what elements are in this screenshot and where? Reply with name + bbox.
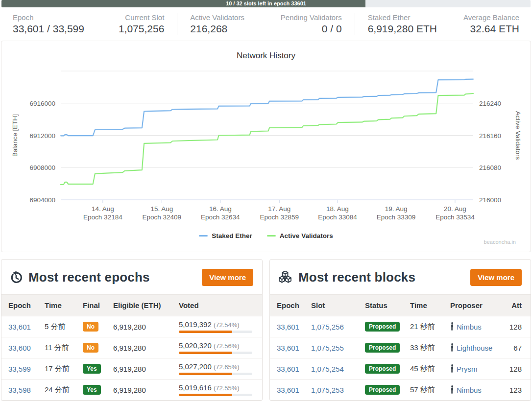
epoch-link[interactable]: 33,601 bbox=[8, 323, 31, 331]
svg-text:Epoch 33534: Epoch 33534 bbox=[435, 214, 475, 221]
svg-text:216240: 216240 bbox=[479, 100, 501, 107]
block-time: 57 秒前 bbox=[406, 380, 446, 401]
voted-percent: (72.54%) bbox=[214, 321, 240, 329]
final-badge: Yes bbox=[83, 385, 101, 395]
stat-current-slot-value: 1,075,256 bbox=[89, 23, 165, 35]
block-epoch-link[interactable]: 33,601 bbox=[277, 365, 299, 373]
epochs-col-final: Final bbox=[79, 295, 109, 316]
blocks-panel-title: Most recent blocks bbox=[298, 270, 415, 285]
stat-current-slot: Current Slot 1,075,256 bbox=[89, 13, 165, 35]
svg-text:6912000: 6912000 bbox=[29, 132, 55, 140]
epoch-time: 5 分前 bbox=[41, 316, 79, 337]
proposer-link[interactable]: Nimbus bbox=[457, 323, 482, 331]
blocks-col-epoch: Epoch bbox=[270, 295, 307, 316]
epochs-view-more-button[interactable]: View more bbox=[202, 269, 253, 286]
voted-percent: (72.56%) bbox=[214, 342, 240, 350]
epoch-link[interactable]: 33,600 bbox=[8, 344, 31, 352]
eligible-eth: 6,919,280 bbox=[109, 316, 175, 337]
svg-text:6904000: 6904000 bbox=[29, 196, 55, 204]
block-time: 21 秒前 bbox=[406, 316, 446, 337]
blocks-view-more-button[interactable]: View more bbox=[470, 269, 522, 286]
stat-active-validators-value: 216,268 bbox=[190, 23, 266, 35]
status-badge: Proposed bbox=[365, 343, 400, 353]
voted-value: 5,019,616 bbox=[179, 383, 212, 392]
final-badge: Yes bbox=[83, 364, 101, 374]
staked-ether-swatch bbox=[199, 235, 208, 237]
epochs-col-voted: Voted bbox=[175, 295, 262, 316]
blocks-table: Epoch Slot Status Time Proposer Att 33,6… bbox=[270, 294, 531, 401]
proposer-person-icon bbox=[450, 364, 454, 373]
proposer-person-icon bbox=[450, 343, 454, 352]
stat-pending-validators-label: Pending Validators bbox=[266, 13, 342, 22]
stat-pending-validators: Pending Validators 0 / 0 bbox=[266, 13, 342, 35]
stat-staked-ether: Staked Ether 6,919,280 ETH bbox=[368, 13, 444, 35]
block-epoch-link[interactable]: 33,601 bbox=[277, 344, 299, 352]
voted-progress bbox=[179, 331, 252, 333]
svg-text:20. Aug: 20. Aug bbox=[444, 205, 466, 213]
stat-active-validators: Active Validators 216,268 bbox=[190, 13, 266, 35]
proposer-link[interactable]: Nimbus bbox=[457, 386, 482, 394]
network-stats: Epoch 33,601 / 33,599 Current Slot 1,075… bbox=[0, 7, 532, 40]
attestations-count: 67 bbox=[505, 337, 531, 358]
blocks-col-att: Att bbox=[505, 295, 531, 316]
proposer-link[interactable]: Lighthouse bbox=[457, 344, 492, 352]
chart-title: Network History bbox=[1, 51, 531, 61]
stat-average-balance-label: Average Balance bbox=[443, 13, 519, 22]
block-row: 33,6011,075,256Proposed21 秒前Nimbus128 bbox=[270, 316, 531, 337]
block-slot-link[interactable]: 1,075,255 bbox=[311, 344, 344, 352]
svg-text:15. Aug: 15. Aug bbox=[150, 205, 173, 213]
voted-progress-fill bbox=[179, 394, 232, 396]
most-recent-blocks-panel: Most recent blocks View more Epoch Slot … bbox=[269, 259, 531, 401]
history-icon bbox=[9, 271, 23, 284]
svg-text:16. Aug: 16. Aug bbox=[209, 205, 232, 213]
svg-text:6908000: 6908000 bbox=[29, 164, 55, 171]
voted-progress bbox=[179, 352, 252, 354]
legend-item-staked-ether[interactable]: Staked Ether bbox=[199, 232, 252, 239]
stat-epoch-label: Epoch bbox=[13, 13, 89, 22]
svg-text:Balance [ETH]: Balance [ETH] bbox=[11, 114, 19, 157]
epochs-col-eligible: Eligible (ETH) bbox=[109, 295, 175, 316]
proposer-person-icon bbox=[450, 322, 454, 331]
epoch-link[interactable]: 33,599 bbox=[8, 365, 31, 373]
svg-text:216080: 216080 bbox=[479, 164, 501, 171]
epochs-header-row: Epoch Time Final Eligible (ETH) Voted bbox=[1, 295, 262, 316]
legend-item-active-validators[interactable]: Active Validators bbox=[267, 232, 333, 239]
stat-epoch: Epoch 33,601 / 33,599 bbox=[13, 13, 89, 35]
beaconchain-watermark: beaconcha.in bbox=[484, 239, 516, 245]
epoch-link[interactable]: 33,598 bbox=[8, 386, 31, 394]
proposer-link[interactable]: Prysm bbox=[457, 365, 478, 373]
stat-pending-validators-value: 0 / 0 bbox=[266, 23, 342, 35]
svg-text:17. Aug: 17. Aug bbox=[268, 205, 290, 213]
eligible-eth: 6,919,280 bbox=[109, 380, 175, 401]
voted-value: 5,027,200 bbox=[179, 362, 212, 371]
most-recent-epochs-panel: Most recent epochs View more Epoch Time … bbox=[1, 259, 263, 401]
block-epoch-link[interactable]: 33,601 bbox=[277, 323, 299, 331]
stat-average-balance-value: 32.64 ETH bbox=[443, 23, 519, 35]
block-slot-link[interactable]: 1,075,254 bbox=[311, 365, 344, 373]
epoch-row: 33,59917 分前Yes6,919,2805,027,200 (72.65%… bbox=[1, 358, 262, 380]
active-validators-swatch bbox=[267, 235, 276, 237]
network-history-card: Network History 690400069080006912000691… bbox=[1, 41, 531, 252]
svg-text:Epoch 33084: Epoch 33084 bbox=[318, 214, 357, 221]
status-badge: Proposed bbox=[365, 364, 400, 374]
svg-text:Epoch 32184: Epoch 32184 bbox=[83, 214, 122, 221]
legend-active-validators-label: Active Validators bbox=[280, 232, 333, 239]
voted-progress bbox=[179, 373, 252, 375]
network-history-chart[interactable]: 6904000690800069120006916000216000216080… bbox=[1, 65, 532, 226]
voted-progress-fill bbox=[179, 331, 232, 333]
block-slot-link[interactable]: 1,075,253 bbox=[311, 386, 344, 394]
epoch-time: 17 分前 bbox=[41, 358, 79, 380]
block-epoch-link[interactable]: 33,601 bbox=[277, 386, 299, 394]
blocks-col-proposer: Proposer bbox=[446, 295, 505, 316]
chart-legend: Staked Ether Active Validators bbox=[1, 232, 531, 239]
final-badge: No bbox=[83, 322, 98, 332]
stat-epoch-value: 33,601 / 33,599 bbox=[13, 23, 89, 35]
block-time: 45 秒前 bbox=[406, 358, 446, 380]
epochs-panel-title: Most recent epochs bbox=[28, 270, 150, 285]
svg-text:Active Validators: Active Validators bbox=[514, 111, 522, 160]
block-slot-link[interactable]: 1,075,256 bbox=[311, 323, 344, 331]
blocks-header-row: Epoch Slot Status Time Proposer Att bbox=[270, 295, 531, 316]
block-row: 33,6011,075,255Proposed33 秒前Lighthouse67 bbox=[270, 337, 531, 358]
svg-text:Epoch 32859: Epoch 32859 bbox=[260, 214, 299, 221]
voted-percent: (72.55%) bbox=[214, 384, 240, 392]
